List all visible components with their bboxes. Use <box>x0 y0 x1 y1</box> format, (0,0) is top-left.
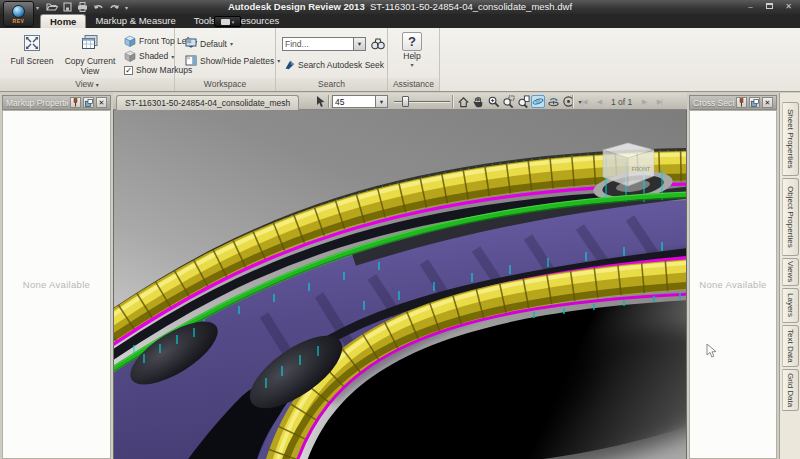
zoom-window-button[interactable] <box>501 95 515 108</box>
checkbox-checked-icon: ✓ <box>124 66 133 75</box>
last-page-button[interactable]: ▶| <box>652 95 666 108</box>
markup-properties-panel: None Available <box>2 110 111 459</box>
palettes-icon <box>185 55 197 66</box>
find-button[interactable] <box>370 36 385 51</box>
logo-text: REV <box>13 18 25 24</box>
workspace-icon <box>185 38 197 49</box>
palette-tab-strip: Sheet Properties Object Properties Views… <box>779 93 800 459</box>
seek-icon <box>284 59 295 70</box>
capture-tool-button[interactable]: ▾ <box>214 16 241 27</box>
window-title: Autodesk Design Review 2013 ST-116301-50… <box>120 1 680 12</box>
qat-customize-caret-icon[interactable]: ▾ <box>125 4 128 11</box>
turntable-tool-button[interactable] <box>546 95 560 108</box>
undo-icon[interactable] <box>93 2 104 12</box>
minimize-button[interactable]: – <box>744 2 757 11</box>
find-input[interactable] <box>282 37 354 51</box>
pan-tool-button[interactable] <box>471 95 485 108</box>
document-tab[interactable]: ST-116301-50-24854-04_consolidate_mesh <box>116 95 299 110</box>
tab-sheet-properties[interactable]: Sheet Properties <box>782 102 799 176</box>
model-3d-view: FRONT <box>114 110 687 459</box>
markup-properties-header[interactable]: Markup Properties ✕ <box>2 95 111 110</box>
ribbon-group-workspace: Default▾ Show/Hide Palettes▾ Workspace <box>175 28 276 91</box>
print-icon[interactable] <box>77 2 88 12</box>
float-panel-icon[interactable] <box>749 97 760 108</box>
previous-page-button[interactable]: ◀ <box>592 95 606 108</box>
close-button[interactable]: ✕ <box>782 2 795 11</box>
design-review-logo-icon <box>12 5 25 18</box>
full-screen-button[interactable]: Full Screen <box>6 31 58 66</box>
float-panel-icon[interactable] <box>83 97 94 108</box>
zoom-percent-input[interactable] <box>332 95 376 108</box>
cross-sections-panel: None Available <box>689 110 777 459</box>
save-icon[interactable] <box>63 2 72 12</box>
document-title: ST-116301-50-24854-04_consolidate_mesh.d… <box>370 1 572 12</box>
ribbon: Full Screen Copy Current View Front <box>0 28 800 92</box>
view-group-label[interactable]: View ▾ <box>0 78 174 91</box>
close-panel-icon[interactable]: ✕ <box>96 97 107 108</box>
view-cube-icon <box>124 35 136 47</box>
tab-markup-measure[interactable]: Markup & Measure <box>86 14 184 28</box>
zoom-tool-button[interactable] <box>486 95 500 108</box>
application-menu-button[interactable]: REV <box>3 1 34 27</box>
redo-icon[interactable] <box>109 2 120 12</box>
zoom-slider[interactable] <box>394 93 450 110</box>
tab-grid-data[interactable]: Grid Data <box>782 369 799 411</box>
canvas-toolbar: ST-116301-50-24854-04_consolidate_mesh ▼ <box>113 93 687 110</box>
tab-home[interactable]: Home <box>40 14 86 28</box>
cross-sections-header[interactable]: Cross Sections ✕ <box>689 95 777 110</box>
markup-properties-empty-text: None Available <box>23 279 90 290</box>
help-button[interactable]: ? Help ▾ <box>398 32 426 68</box>
next-page-button[interactable]: ▶ <box>637 95 651 108</box>
full-screen-icon <box>22 33 42 53</box>
copy-view-icon <box>80 33 100 53</box>
page-indicator: 1 of 1 <box>607 97 636 107</box>
application-menu-caret-icon[interactable]: ▾ <box>36 4 39 11</box>
fit-to-window-button[interactable] <box>516 95 530 108</box>
model-viewport[interactable]: FRONT <box>113 110 687 459</box>
document-toolbar-row: Markup Properties ✕ ST-116301-50-24854-0… <box>0 93 800 110</box>
ribbon-group-view: Full Screen Copy Current View Front <box>0 28 175 91</box>
orbit-tool-button[interactable] <box>531 95 545 108</box>
render-style-button[interactable]: Shaded▾ <box>124 50 174 62</box>
open-icon[interactable] <box>46 2 58 12</box>
first-page-button[interactable]: |◀ <box>577 95 591 108</box>
markup-properties-title: Markup Properties <box>6 98 68 108</box>
maximize-button[interactable] <box>763 2 776 11</box>
design-review-window: Autodesk Design Review 2013 ST-116301-50… <box>0 0 800 459</box>
pin-icon[interactable] <box>70 97 81 108</box>
show-hide-palettes-button[interactable]: Show/Hide Palettes▾ <box>185 55 280 66</box>
quick-access-toolbar: ▾ <box>46 1 128 13</box>
tab-text-data[interactable]: Text Data <box>782 325 799 367</box>
mouse-cursor <box>706 343 718 359</box>
copy-current-view-button[interactable]: Copy Current View <box>60 31 120 76</box>
zoom-slider-thumb[interactable] <box>402 96 409 107</box>
cross-sections-title: Cross Sections <box>693 98 734 108</box>
viewcube-front-label: FRONT <box>632 166 652 172</box>
zoom-dropdown-icon[interactable]: ▼ <box>376 95 388 108</box>
assistance-group-label: Assistance <box>388 78 439 91</box>
maximize-icon <box>766 3 773 9</box>
find-dropdown-icon[interactable]: ▼ <box>354 37 366 51</box>
workspace-group-label: Workspace <box>175 78 275 91</box>
app-title: Autodesk Design Review 2013 <box>228 1 365 12</box>
ribbon-tab-row: Home Markup & Measure Tools Resources ▾ <box>0 14 800 28</box>
search-autodesk-seek-button[interactable]: Search Autodesk Seek <box>284 59 384 70</box>
tab-layers[interactable]: Layers <box>782 288 799 323</box>
tab-object-properties[interactable]: Object Properties <box>782 178 799 256</box>
tab-views[interactable]: Views <box>782 258 799 286</box>
help-icon: ? <box>402 32 422 51</box>
close-panel-icon[interactable]: ✕ <box>762 97 773 108</box>
search-group-label: Search <box>276 78 387 91</box>
select-tool-icon[interactable] <box>316 96 326 108</box>
binoculars-icon <box>371 37 385 50</box>
capture-icon <box>221 19 230 25</box>
pin-icon[interactable] <box>736 97 747 108</box>
ribbon-group-search: ▼ Search Autodesk Seek Search <box>276 28 388 91</box>
home-view-button[interactable] <box>456 95 470 108</box>
workspace-default-button[interactable]: Default▾ <box>185 38 233 49</box>
shaded-cube-icon <box>124 50 136 62</box>
cross-sections-empty-text: None Available <box>699 279 766 290</box>
ribbon-group-assistance: ? Help ▾ Assistance <box>388 28 440 91</box>
